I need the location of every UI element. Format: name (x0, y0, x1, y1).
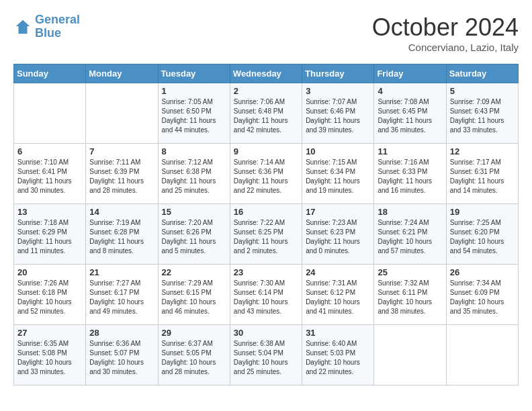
day-number: 26 (450, 267, 515, 277)
day-number: 9 (234, 146, 298, 156)
day-number: 31 (306, 328, 370, 338)
calendar-cell: 3Sunrise: 7:07 AM Sunset: 6:46 PM Daylig… (302, 83, 374, 144)
day-number: 7 (89, 146, 154, 156)
calendar-cell (86, 83, 158, 144)
day-info: Sunrise: 7:17 AM Sunset: 6:31 PM Dayligh… (450, 158, 515, 195)
calendar-cell: 28Sunrise: 6:36 AM Sunset: 5:07 PM Dayli… (86, 325, 158, 385)
calendar-cell: 16Sunrise: 7:22 AM Sunset: 6:25 PM Dayli… (230, 204, 302, 265)
day-number: 29 (162, 328, 226, 338)
day-info: Sunrise: 7:29 AM Sunset: 6:15 PM Dayligh… (162, 279, 226, 316)
calendar-cell (446, 325, 518, 385)
calendar-cell: 29Sunrise: 6:37 AM Sunset: 5:05 PM Dayli… (158, 325, 230, 385)
day-number: 21 (89, 267, 154, 277)
calendar-cell: 21Sunrise: 7:27 AM Sunset: 6:17 PM Dayli… (86, 265, 158, 325)
day-number: 14 (89, 207, 154, 217)
title-block: October 2024 Concerviano, Lazio, Italy (372, 13, 519, 53)
day-number: 2 (234, 86, 298, 96)
day-info: Sunrise: 7:20 AM Sunset: 6:26 PM Dayligh… (162, 218, 226, 256)
calendar-cell: 11Sunrise: 7:16 AM Sunset: 6:33 PM Dayli… (374, 144, 446, 204)
calendar-cell: 13Sunrise: 7:18 AM Sunset: 6:29 PM Dayli… (14, 204, 86, 265)
day-info: Sunrise: 7:05 AM Sunset: 6:50 PM Dayligh… (162, 97, 226, 135)
calendar-header: SundayMondayTuesdayWednesdayThursdayFrid… (14, 64, 519, 83)
day-number: 20 (17, 267, 82, 277)
day-number: 1 (162, 86, 226, 96)
weekday-header-wednesday: Wednesday (230, 64, 302, 83)
day-number: 8 (162, 146, 226, 156)
day-info: Sunrise: 7:32 AM Sunset: 6:11 PM Dayligh… (378, 279, 442, 316)
day-info: Sunrise: 6:38 AM Sunset: 5:04 PM Dayligh… (234, 339, 298, 377)
day-number: 10 (306, 146, 370, 156)
weekday-header-saturday: Saturday (446, 64, 518, 83)
day-number: 6 (17, 146, 82, 156)
day-number: 15 (162, 207, 226, 217)
day-number: 24 (306, 267, 370, 277)
svg-marker-0 (16, 20, 30, 34)
calendar-cell: 8Sunrise: 7:12 AM Sunset: 6:38 PM Daylig… (158, 144, 230, 204)
calendar-cell: 31Sunrise: 6:40 AM Sunset: 5:03 PM Dayli… (302, 325, 374, 385)
logo-icon (13, 17, 32, 36)
day-info: Sunrise: 7:27 AM Sunset: 6:17 PM Dayligh… (89, 279, 154, 316)
calendar-week-5: 27Sunrise: 6:35 AM Sunset: 5:08 PM Dayli… (14, 325, 519, 385)
day-number: 13 (17, 207, 82, 217)
day-info: Sunrise: 7:08 AM Sunset: 6:45 PM Dayligh… (378, 97, 442, 135)
day-info: Sunrise: 7:34 AM Sunset: 6:09 PM Dayligh… (450, 279, 515, 316)
calendar-week-3: 13Sunrise: 7:18 AM Sunset: 6:29 PM Dayli… (14, 204, 519, 265)
day-info: Sunrise: 7:09 AM Sunset: 6:43 PM Dayligh… (450, 97, 515, 135)
day-info: Sunrise: 7:11 AM Sunset: 6:39 PM Dayligh… (89, 158, 154, 195)
calendar-week-4: 20Sunrise: 7:26 AM Sunset: 6:18 PM Dayli… (14, 265, 519, 325)
weekday-header-sunday: Sunday (14, 64, 86, 83)
calendar-cell: 20Sunrise: 7:26 AM Sunset: 6:18 PM Dayli… (14, 265, 86, 325)
day-info: Sunrise: 7:15 AM Sunset: 6:34 PM Dayligh… (306, 158, 370, 195)
calendar-cell: 4Sunrise: 7:08 AM Sunset: 6:45 PM Daylig… (374, 83, 446, 144)
day-info: Sunrise: 6:37 AM Sunset: 5:05 PM Dayligh… (162, 339, 226, 377)
day-info: Sunrise: 6:35 AM Sunset: 5:08 PM Dayligh… (17, 339, 82, 377)
day-info: Sunrise: 7:24 AM Sunset: 6:21 PM Dayligh… (378, 218, 442, 256)
weekday-header-monday: Monday (86, 64, 158, 83)
logo: General Blue (13, 13, 80, 40)
calendar-cell: 2Sunrise: 7:06 AM Sunset: 6:48 PM Daylig… (230, 83, 302, 144)
day-info: Sunrise: 7:30 AM Sunset: 6:14 PM Dayligh… (234, 279, 298, 316)
weekday-header-thursday: Thursday (302, 64, 374, 83)
day-number: 30 (234, 328, 298, 338)
day-info: Sunrise: 7:16 AM Sunset: 6:33 PM Dayligh… (378, 158, 442, 195)
day-number: 12 (450, 146, 515, 156)
calendar-cell: 18Sunrise: 7:24 AM Sunset: 6:21 PM Dayli… (374, 204, 446, 265)
logo-text: General Blue (35, 13, 80, 40)
day-info: Sunrise: 7:06 AM Sunset: 6:48 PM Dayligh… (234, 97, 298, 135)
calendar-cell: 6Sunrise: 7:10 AM Sunset: 6:41 PM Daylig… (14, 144, 86, 204)
day-info: Sunrise: 7:18 AM Sunset: 6:29 PM Dayligh… (17, 218, 82, 256)
calendar-cell: 30Sunrise: 6:38 AM Sunset: 5:04 PM Dayli… (230, 325, 302, 385)
calendar-cell: 15Sunrise: 7:20 AM Sunset: 6:26 PM Dayli… (158, 204, 230, 265)
calendar-cell: 1Sunrise: 7:05 AM Sunset: 6:50 PM Daylig… (158, 83, 230, 144)
day-info: Sunrise: 7:25 AM Sunset: 6:20 PM Dayligh… (450, 218, 515, 256)
calendar-cell: 14Sunrise: 7:19 AM Sunset: 6:28 PM Dayli… (86, 204, 158, 265)
day-info: Sunrise: 7:23 AM Sunset: 6:23 PM Dayligh… (306, 218, 370, 256)
day-number: 4 (378, 86, 442, 96)
calendar-cell: 23Sunrise: 7:30 AM Sunset: 6:14 PM Dayli… (230, 265, 302, 325)
day-info: Sunrise: 7:31 AM Sunset: 6:12 PM Dayligh… (306, 279, 370, 316)
month-title: October 2024 (372, 13, 519, 42)
day-info: Sunrise: 7:26 AM Sunset: 6:18 PM Dayligh… (17, 279, 82, 316)
calendar-cell: 27Sunrise: 6:35 AM Sunset: 5:08 PM Dayli… (14, 325, 86, 385)
calendar-cell: 19Sunrise: 7:25 AM Sunset: 6:20 PM Dayli… (446, 204, 518, 265)
weekday-header-tuesday: Tuesday (158, 64, 230, 83)
calendar-body: 1Sunrise: 7:05 AM Sunset: 6:50 PM Daylig… (14, 83, 519, 385)
day-info: Sunrise: 7:19 AM Sunset: 6:28 PM Dayligh… (89, 218, 154, 256)
calendar-table: SundayMondayTuesdayWednesdayThursdayFrid… (13, 64, 519, 385)
calendar-week-2: 6Sunrise: 7:10 AM Sunset: 6:41 PM Daylig… (14, 144, 519, 204)
day-number: 5 (450, 86, 515, 96)
calendar-cell: 22Sunrise: 7:29 AM Sunset: 6:15 PM Dayli… (158, 265, 230, 325)
day-number: 16 (234, 207, 298, 217)
calendar-cell: 9Sunrise: 7:14 AM Sunset: 6:36 PM Daylig… (230, 144, 302, 204)
logo-line1: General (35, 13, 80, 26)
day-info: Sunrise: 7:07 AM Sunset: 6:46 PM Dayligh… (306, 97, 370, 135)
day-number: 3 (306, 86, 370, 96)
location-subtitle: Concerviano, Lazio, Italy (372, 42, 519, 53)
day-number: 27 (17, 328, 82, 338)
day-number: 19 (450, 207, 515, 217)
calendar-cell (374, 325, 446, 385)
day-number: 25 (378, 267, 442, 277)
day-number: 22 (162, 267, 226, 277)
day-number: 11 (378, 146, 442, 156)
calendar-cell: 12Sunrise: 7:17 AM Sunset: 6:31 PM Dayli… (446, 144, 518, 204)
